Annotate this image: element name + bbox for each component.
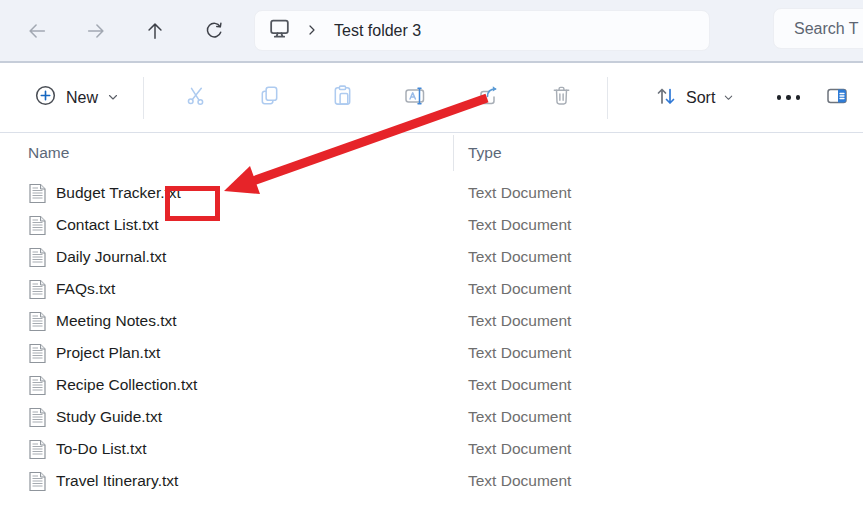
see-more-icon [777,95,782,100]
text-document-icon [29,247,46,268]
refresh-button[interactable] [192,9,236,53]
file-row[interactable]: Daily Journal.txt Text Document [0,241,863,273]
file-name: Meeting Notes.txt [56,312,177,330]
search-input[interactable]: Search T [773,8,863,49]
chevron-down-icon [723,89,734,107]
file-name: Project Plan.txt [56,344,160,362]
paste-icon [331,84,354,111]
file-type: Text Document [468,408,571,426]
text-document-icon [29,439,46,460]
text-document-icon [29,311,46,332]
up-button[interactable] [133,9,177,53]
file-row[interactable]: Budget Tracker.txt Text Document [0,177,863,209]
file-row[interactable]: Travel Itinerary.txt Text Document [0,465,863,497]
column-header-name[interactable]: Name [28,144,69,162]
sort-icon [654,84,678,112]
forward-button[interactable] [74,9,118,53]
file-name: FAQs.txt [56,280,115,298]
forward-icon [85,20,107,42]
file-type: Text Document [468,344,571,362]
this-pc-icon[interactable] [267,16,292,45]
toolbar-divider-2 [607,77,608,119]
text-document-icon [29,215,46,236]
text-document-icon [29,375,46,396]
file-explorer-window: { "topbar": { "breadcrumb": { "location"… [0,0,863,521]
file-row[interactable]: Recipe Collection.txt Text Document [0,369,863,401]
navigation-bar: Test folder 3 Search T [0,0,863,63]
new-plus-icon [34,84,57,111]
file-name: To-Do List.txt [56,440,146,458]
sort-button[interactable]: Sort [644,76,744,120]
file-name: Daily Journal.txt [56,248,166,266]
file-row[interactable]: Study Guide.txt Text Document [0,401,863,433]
details-pane-icon [825,84,849,112]
file-name: Contact List.txt [56,216,159,234]
delete-icon [550,84,573,111]
see-more-button[interactable] [766,78,810,118]
text-document-icon [29,471,46,492]
file-name: Travel Itinerary.txt [56,472,178,490]
file-row[interactable]: Contact List.txt Text Document [0,209,863,241]
rename-icon [403,84,427,112]
file-type: Text Document [468,376,571,394]
cut-button[interactable] [174,78,218,118]
toolbar-divider [143,77,144,119]
search-value: Search T [794,20,859,38]
share-icon [476,84,500,112]
new-button-label: New [66,89,98,107]
file-type: Text Document [468,216,571,234]
back-icon [26,20,48,42]
cut-icon [185,84,208,111]
command-toolbar: New [0,63,863,133]
text-document-icon [29,407,46,428]
file-row[interactable]: FAQs.txt Text Document [0,273,863,305]
copy-icon [258,84,281,111]
file-name: Budget Tracker.txt [56,184,181,202]
file-type: Text Document [468,248,571,266]
refresh-icon [203,20,225,42]
address-bar[interactable]: Test folder 3 [254,10,710,51]
new-button[interactable]: New [24,76,129,119]
file-row[interactable]: Project Plan.txt Text Document [0,337,863,369]
text-document-icon [29,279,46,300]
rename-button[interactable] [393,78,437,118]
breadcrumb-location[interactable]: Test folder 3 [334,22,421,40]
file-name: Study Guide.txt [56,408,162,426]
column-headers: Name Type [0,133,863,177]
paste-button[interactable] [320,78,364,118]
file-type: Text Document [468,184,571,202]
column-separator[interactable] [453,135,454,171]
copy-button[interactable] [247,78,291,118]
share-button[interactable] [466,78,510,118]
column-header-type[interactable]: Type [468,144,502,162]
file-name: Recipe Collection.txt [56,376,197,394]
text-document-icon [29,343,46,364]
back-button[interactable] [15,9,59,53]
details-pane-button[interactable] [815,78,859,118]
file-row[interactable]: Meeting Notes.txt Text Document [0,305,863,337]
file-list: Budget Tracker.txt Text Document Contact… [0,177,863,497]
text-document-icon [29,183,46,204]
file-row[interactable]: To-Do List.txt Text Document [0,433,863,465]
delete-button[interactable] [539,78,583,118]
chevron-down-icon [107,89,119,107]
up-icon [144,20,166,42]
file-type: Text Document [468,440,571,458]
file-type: Text Document [468,472,571,490]
file-type: Text Document [468,280,571,298]
breadcrumb-chevron-icon[interactable] [306,22,318,40]
file-type: Text Document [468,312,571,330]
sort-button-label: Sort [686,89,715,107]
